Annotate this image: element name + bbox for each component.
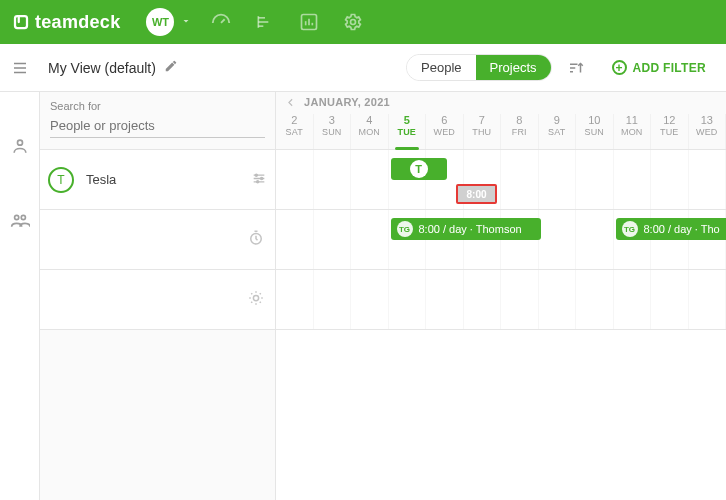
timeline-cell[interactable] <box>314 210 352 269</box>
timeline-cell[interactable] <box>501 270 539 329</box>
day-name: TUE <box>660 127 679 138</box>
timeline-cell[interactable] <box>351 270 389 329</box>
day-column[interactable]: 4MON <box>351 114 389 149</box>
day-column[interactable]: 12TUE <box>651 114 689 149</box>
left-rail <box>0 92 40 500</box>
day-name: FRI <box>512 127 527 138</box>
search-block: Search for <box>40 92 275 150</box>
timeline-cell[interactable] <box>464 270 502 329</box>
timeline-cell[interactable] <box>614 150 652 209</box>
timeline-cell[interactable] <box>576 150 614 209</box>
day-number: 8 <box>516 114 522 127</box>
timeline-cell[interactable] <box>351 150 389 209</box>
timeline-cell[interactable] <box>651 150 689 209</box>
day-name: MON <box>621 127 643 138</box>
day-column[interactable]: 5TUE <box>389 114 427 149</box>
timeline-cell[interactable] <box>276 270 314 329</box>
pill-people[interactable]: People <box>407 55 475 80</box>
plus-circle-icon: + <box>612 60 627 75</box>
reports-chart-icon[interactable] <box>298 11 320 33</box>
pill-projects[interactable]: Projects <box>476 55 551 80</box>
settings-gear-icon[interactable] <box>342 11 364 33</box>
svg-rect-0 <box>15 16 27 28</box>
chip-avatar: TG <box>397 221 413 237</box>
day-name: WED <box>433 127 455 138</box>
today-indicator[interactable]: T <box>391 158 447 180</box>
day-column[interactable]: 2SAT <box>276 114 314 149</box>
timeline-cell[interactable] <box>314 150 352 209</box>
timeline-cell[interactable] <box>539 150 577 209</box>
add-filter-label: ADD FILTER <box>633 61 706 75</box>
schedule-bars-icon[interactable] <box>254 11 276 33</box>
sidebar: Search for T Tesla <box>40 92 276 500</box>
person-icon[interactable] <box>10 136 30 156</box>
stopwatch-icon <box>247 229 265 250</box>
svg-point-6 <box>255 174 257 176</box>
project-name: Tesla <box>86 172 116 187</box>
day-column[interactable]: 3SUN <box>314 114 352 149</box>
timeline-cell[interactable] <box>426 270 464 329</box>
timeline-cell[interactable] <box>314 270 352 329</box>
svg-point-8 <box>257 180 259 182</box>
team-icon[interactable] <box>10 210 30 230</box>
day-number: 13 <box>701 114 713 127</box>
chip-avatar: TG <box>622 221 638 237</box>
brand-name: teamdeck <box>35 12 120 33</box>
timeline-cell[interactable] <box>389 270 427 329</box>
day-number: 10 <box>588 114 600 127</box>
prev-month-icon[interactable] <box>284 96 297 112</box>
timeline-cell[interactable] <box>539 210 577 269</box>
workspace-caret-icon[interactable] <box>180 15 192 30</box>
timeline-cell[interactable] <box>351 210 389 269</box>
day-column[interactable]: 10SUN <box>576 114 614 149</box>
search-input[interactable] <box>50 114 265 138</box>
highlighted-hours-cell[interactable]: 8:00 <box>456 184 497 204</box>
day-column[interactable]: 8FRI <box>501 114 539 149</box>
timeline-cell[interactable] <box>576 270 614 329</box>
day-column[interactable]: 13WED <box>689 114 727 149</box>
dashboard-gauge-icon[interactable] <box>210 11 232 33</box>
day-name: MON <box>358 127 380 138</box>
topbar: teamdeck WT <box>0 0 726 44</box>
day-name: SAT <box>548 127 565 138</box>
booking-chip[interactable]: TG 8:00 / day · Tho <box>616 218 727 240</box>
day-column[interactable]: 11MON <box>614 114 652 149</box>
main-body: Search for T Tesla <box>0 92 726 500</box>
timeline-cell[interactable] <box>651 270 689 329</box>
month-label: JANUARY, 2021 <box>304 96 390 108</box>
booking-chip-label: 8:00 / day · Thomson <box>419 223 522 235</box>
day-column[interactable]: 6WED <box>426 114 464 149</box>
day-name: SUN <box>584 127 604 138</box>
hamburger-menu-icon[interactable] <box>0 44 40 92</box>
filter-sort-icon[interactable] <box>566 59 586 77</box>
timeline-cell[interactable] <box>501 150 539 209</box>
brand-logo[interactable]: teamdeck <box>6 12 126 33</box>
timeline-cell[interactable] <box>276 210 314 269</box>
timeline-cell[interactable] <box>689 150 727 209</box>
row-sliders-icon[interactable] <box>251 170 267 189</box>
timeline: JANUARY, 2021 2SAT3SUN4MON5TUE6WED7THU8F… <box>276 92 726 500</box>
day-number: 3 <box>329 114 335 127</box>
svg-point-7 <box>261 177 263 179</box>
add-filter-button[interactable]: + ADD FILTER <box>612 60 706 75</box>
track-availability[interactable] <box>276 270 726 330</box>
today-badge: T <box>410 160 428 178</box>
workspace-avatar[interactable]: WT <box>146 8 174 36</box>
booking-chip[interactable]: TG 8:00 / day · Thomson <box>391 218 541 240</box>
track-project[interactable]: T 8:00 <box>276 150 726 210</box>
timeline-cell[interactable] <box>539 270 577 329</box>
timeline-cell[interactable] <box>276 150 314 209</box>
svg-point-5 <box>21 215 25 219</box>
day-name: THU <box>472 127 491 138</box>
timeline-cell[interactable] <box>614 270 652 329</box>
timeline-cell[interactable] <box>576 210 614 269</box>
day-name: SUN <box>322 127 342 138</box>
timeline-cell[interactable] <box>689 270 727 329</box>
track-bookings[interactable]: TG 8:00 / day · Thomson TG 8:00 / day · … <box>276 210 726 270</box>
project-row[interactable]: T Tesla <box>40 150 275 210</box>
edit-view-icon[interactable] <box>164 59 178 76</box>
day-number: 11 <box>626 114 638 127</box>
day-column[interactable]: 7THU <box>464 114 502 149</box>
view-name[interactable]: My View (default) <box>48 60 156 76</box>
day-column[interactable]: 9SAT <box>539 114 577 149</box>
